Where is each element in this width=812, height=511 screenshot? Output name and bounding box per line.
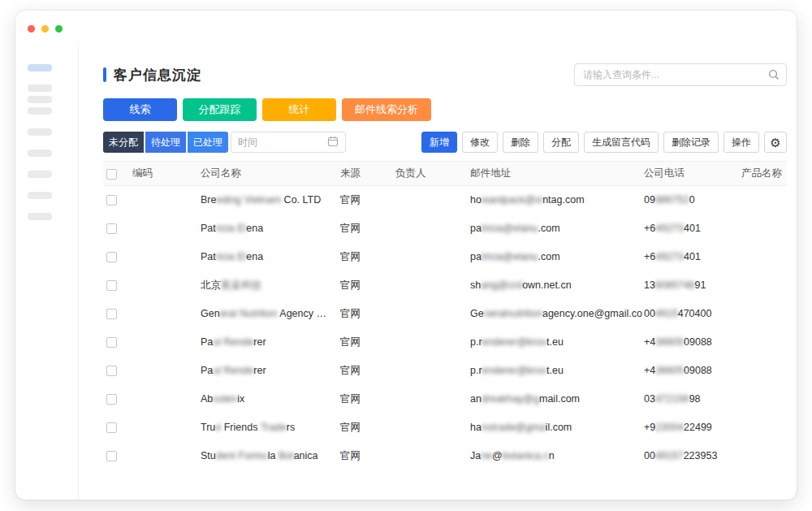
redacted-text: 36605 (655, 365, 684, 376)
action-操作[interactable]: 操作 (723, 132, 759, 153)
cell-product (740, 442, 787, 470)
redacted-text: 49273 (655, 223, 684, 234)
cell-owner (394, 271, 469, 300)
row-checkbox[interactable] (106, 309, 117, 319)
tab-统计[interactable]: 统计 (262, 98, 336, 121)
text-fragment: rer (253, 336, 266, 348)
text-fragment: 0 (689, 194, 695, 206)
cell-email: andreakhay@gmail.com (469, 385, 642, 414)
cell-company: Patricia Elena (199, 214, 339, 243)
row-checkbox[interactable] (106, 451, 117, 461)
search-input[interactable] (574, 63, 787, 86)
sidebar-item-skeleton[interactable] (28, 192, 52, 199)
sidebar-item-skeleton[interactable] (28, 171, 52, 178)
cell-owner (394, 300, 469, 328)
settings-button[interactable]: ⚙ (764, 132, 787, 153)
cell-source: 官网 (339, 357, 394, 385)
table-row: General Nutrition Agency …官网Generalnutri… (103, 300, 787, 328)
row-checkbox[interactable] (106, 252, 117, 262)
text-fragment: ha (470, 422, 482, 433)
text-fragment: Tru (201, 422, 215, 433)
row-checkbox[interactable] (106, 337, 117, 348)
row-checkbox[interactable] (106, 422, 117, 433)
text-fragment: 00 (644, 450, 655, 461)
redacted-text: eral Nutrition (220, 308, 278, 319)
redacted-text: ul Rende (213, 336, 253, 348)
filter-已处理[interactable]: 已处理 (188, 132, 228, 153)
close-window-button[interactable] (28, 25, 35, 32)
sidebar-item-skeleton[interactable] (28, 213, 52, 220)
window-controls (28, 25, 63, 32)
text-fragment: +4 (644, 365, 655, 376)
row-checkbox[interactable] (106, 195, 117, 206)
text-fragment: anica (294, 450, 318, 461)
cell-code (131, 186, 199, 214)
redacted-text: 23004 (655, 422, 684, 433)
redacted-text: ricia El (216, 223, 247, 234)
cell-company: True Friends Traders (199, 414, 339, 442)
cell-email: Jane@botanica.cn (469, 442, 642, 470)
text-fragment: rer (253, 365, 266, 376)
select-all-checkbox[interactable] (106, 169, 117, 180)
action-分配[interactable]: 分配 (543, 132, 579, 153)
filter-待处理[interactable]: 待处理 (145, 132, 186, 153)
tab-邮件线索分析[interactable]: 邮件线索分析 (342, 98, 431, 121)
sidebar-item-skeleton[interactable] (28, 64, 52, 71)
action-buttons: 新增修改删除分配生成留言代码删除记录操作 (421, 132, 759, 153)
tab-分配跟踪[interactable]: 分配跟踪 (183, 98, 257, 121)
text-fragment: 03 (644, 393, 655, 405)
action-生成留言代码[interactable]: 生成留言代码 (584, 132, 659, 153)
zoom-window-button[interactable] (55, 25, 63, 32)
text-fragment: 401 (684, 251, 701, 262)
sidebar-item-skeleton[interactable] (28, 96, 52, 103)
date-filter[interactable]: 时间 (231, 132, 346, 153)
cell-email: hanstrade@gmail.com (469, 414, 642, 442)
row-checkbox[interactable] (106, 280, 117, 291)
title-accent-bar (103, 67, 106, 82)
text-fragment: .com (538, 223, 560, 234)
table-row: 北京英蓝科技官网shang@crdown.net.cn13608574891 (103, 271, 787, 300)
action-新增[interactable]: 新增 (421, 132, 457, 153)
tab-线索[interactable]: 线索 (103, 98, 177, 121)
cell-select (103, 214, 131, 243)
text-fragment: 91 (695, 279, 706, 291)
sidebar-item-skeleton[interactable] (28, 128, 52, 136)
action-删除[interactable]: 删除 (503, 132, 538, 153)
text-fragment: pa (470, 251, 482, 262)
text-fragment: il.com (546, 422, 572, 433)
text-fragment: t.eu (546, 336, 564, 348)
cell-product (740, 271, 787, 300)
row-checkbox[interactable] (106, 394, 117, 405)
redacted-text: 英蓝科技 (221, 279, 261, 291)
filter-未分配[interactable]: 未分配 (103, 132, 144, 153)
minimize-window-button[interactable] (41, 25, 49, 32)
sidebar-item-skeleton[interactable] (28, 107, 52, 115)
text-fragment: mail.com (539, 393, 580, 405)
redacted-text: solen (213, 393, 237, 405)
search-box (574, 63, 787, 86)
redacted-text: botanica.c (503, 450, 549, 461)
table-row: Paul Renderer官网p.renderer@krost.eu+43660… (103, 328, 787, 357)
row-checkbox[interactable] (106, 223, 117, 234)
action-删除记录[interactable]: 删除记录 (663, 132, 719, 153)
redacted-text: 49273 (655, 251, 684, 262)
redacted-text: nstrade@gma (482, 422, 546, 433)
cell-select (103, 300, 131, 328)
search-icon[interactable] (768, 69, 780, 84)
cell-email: p.renderer@krost.eu (469, 328, 642, 357)
cell-select (103, 271, 131, 300)
action-修改[interactable]: 修改 (462, 132, 498, 153)
table-row: True Friends Traders官网hanstrade@gmail.co… (103, 414, 787, 442)
gear-icon: ⚙ (770, 136, 780, 149)
sidebar-item-skeleton[interactable] (28, 84, 52, 92)
row-checkbox[interactable] (106, 366, 117, 376)
sidebar-item-skeleton[interactable] (28, 149, 52, 157)
text-fragment: ntag.com (542, 194, 584, 206)
cell-phone: +92300422499 (642, 414, 740, 442)
cell-source: 官网 (339, 385, 394, 414)
table-row: Absolenix官网andreakhay@gmail.com034721569… (103, 385, 787, 414)
text-fragment: Agency … (278, 308, 326, 319)
cell-source: 官网 (339, 243, 394, 271)
table-row: Patricia Elena官网patricia@elanu.com+64927… (103, 243, 787, 271)
redacted-text: neralnutrition (484, 308, 542, 319)
